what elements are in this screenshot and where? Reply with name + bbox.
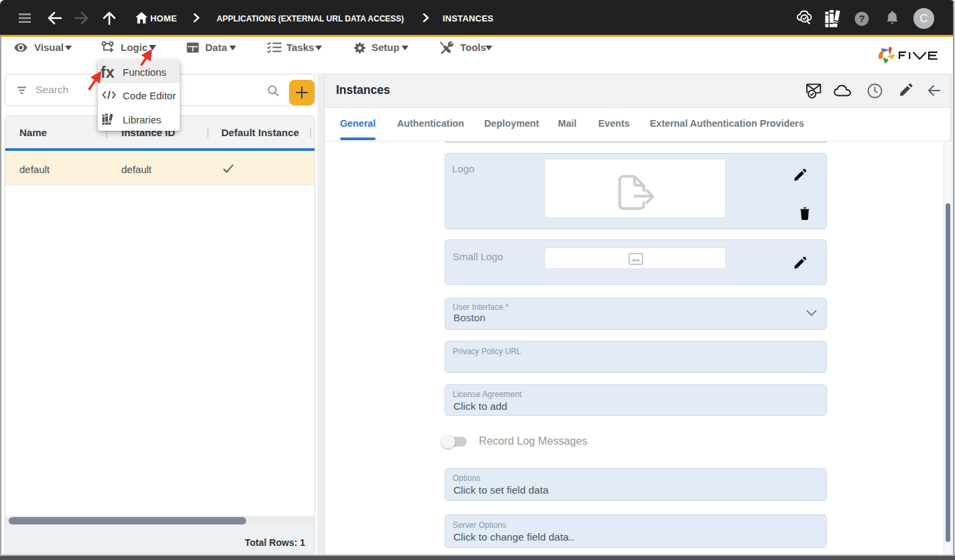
svg-text:?: ?: [858, 13, 864, 24]
